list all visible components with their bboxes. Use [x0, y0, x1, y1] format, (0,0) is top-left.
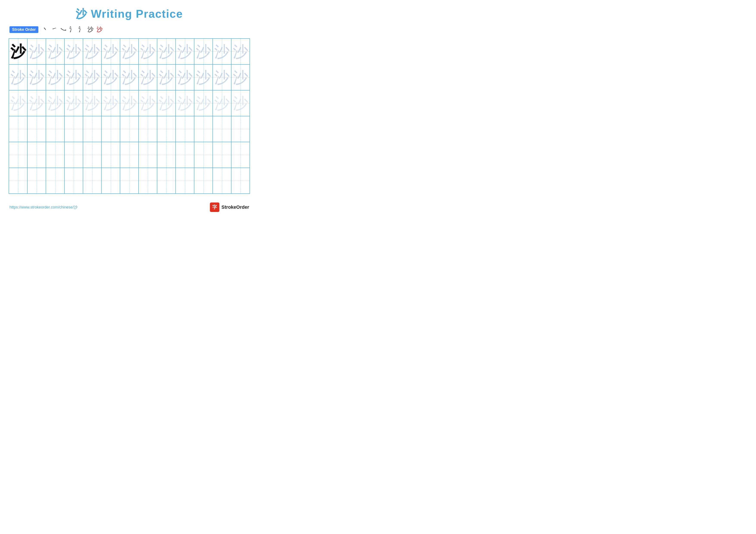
grid-cell[interactable]: 沙	[46, 90, 65, 116]
grid-cell[interactable]: 沙	[213, 38, 231, 64]
grid-cell[interactable]	[65, 116, 83, 142]
grid-cell[interactable]: 沙	[27, 90, 46, 116]
grid-cell[interactable]	[65, 168, 83, 194]
cell-character: 沙	[66, 95, 81, 111]
grid-cell[interactable]: 沙	[46, 38, 65, 64]
grid-cell[interactable]: 沙	[83, 64, 101, 90]
grid-cell[interactable]	[194, 142, 213, 168]
brand-icon-char: 字	[212, 204, 217, 211]
grid-cell[interactable]	[120, 116, 139, 142]
grid-cell[interactable]	[65, 142, 83, 168]
grid-cell[interactable]: 沙	[83, 90, 101, 116]
cell-character: 沙	[196, 69, 211, 85]
grid-cell[interactable]: 沙	[194, 90, 213, 116]
grid-cell[interactable]	[176, 116, 194, 142]
title-char: 沙	[76, 8, 87, 20]
grid-cell[interactable]	[101, 168, 120, 194]
grid-cell[interactable]	[157, 116, 176, 142]
grid-cell[interactable]: 沙	[176, 38, 194, 64]
grid-cell[interactable]	[157, 168, 176, 194]
grid-cell[interactable]	[176, 142, 194, 168]
grid-cell[interactable]	[27, 116, 46, 142]
grid-cell[interactable]	[120, 142, 139, 168]
brand-name: StrokeOrder	[222, 204, 249, 210]
grid-cell[interactable]: 沙	[157, 64, 176, 90]
cell-character: 沙	[66, 44, 81, 59]
grid-cell[interactable]: 沙	[176, 64, 194, 90]
grid-cell[interactable]	[231, 142, 250, 168]
grid-cell[interactable]	[46, 116, 65, 142]
stroke-order-row: Stroke Order 丶 ㇀ ㇃ 氵 氵 沙 沙	[10, 25, 250, 34]
grid-cell[interactable]	[101, 142, 120, 168]
cell-character: 沙	[233, 95, 248, 111]
grid-cell[interactable]: 沙	[139, 64, 157, 90]
grid-cell[interactable]	[194, 168, 213, 194]
grid-cell[interactable]	[46, 168, 65, 194]
grid-cell[interactable]	[213, 168, 231, 194]
grid-cell[interactable]: 沙	[139, 90, 157, 116]
grid-cell[interactable]	[46, 142, 65, 168]
grid-cell[interactable]: 沙	[27, 64, 46, 90]
cell-character: 沙	[29, 44, 44, 59]
grid-cell[interactable]: 沙	[83, 38, 101, 64]
grid-cell[interactable]	[120, 168, 139, 194]
grid-cell[interactable]	[27, 168, 46, 194]
cell-character: 沙	[140, 95, 156, 111]
grid-cell[interactable]	[83, 142, 101, 168]
grid-cell[interactable]	[83, 168, 101, 194]
cell-character: 沙	[196, 44, 211, 59]
stroke-step-6: 沙	[88, 25, 94, 34]
grid-cell[interactable]	[231, 116, 250, 142]
cell-character: 沙	[85, 44, 100, 59]
grid-cell[interactable]: 沙	[9, 38, 27, 64]
grid-cell[interactable]	[101, 116, 120, 142]
grid-cell[interactable]	[139, 168, 157, 194]
grid-cell[interactable]	[139, 116, 157, 142]
cell-character: 沙	[29, 95, 44, 111]
grid-cell[interactable]	[9, 116, 27, 142]
grid-cell[interactable]	[213, 116, 231, 142]
grid-cell[interactable]	[176, 168, 194, 194]
grid-cell[interactable]: 沙	[231, 64, 250, 90]
grid-cell[interactable]: 沙	[46, 64, 65, 90]
grid-cell[interactable]: 沙	[139, 38, 157, 64]
cell-character: 沙	[47, 69, 63, 85]
grid-cell[interactable]: 沙	[65, 38, 83, 64]
grid-cell[interactable]: 沙	[101, 38, 120, 64]
grid-cell[interactable]	[9, 168, 27, 194]
grid-cell[interactable]: 沙	[120, 64, 139, 90]
website-url[interactable]: https://www.strokeorder.com/chinese/沙	[10, 205, 78, 210]
grid-cell[interactable]: 沙	[101, 64, 120, 90]
grid-cell[interactable]: 沙	[120, 90, 139, 116]
grid-cell[interactable]: 沙	[157, 90, 176, 116]
grid-cell[interactable]	[194, 116, 213, 142]
grid-cell[interactable]: 沙	[157, 38, 176, 64]
cell-character: 沙	[140, 69, 156, 85]
cell-character: 沙	[103, 95, 119, 111]
grid-cell[interactable]	[27, 142, 46, 168]
grid-cell[interactable]: 沙	[9, 90, 27, 116]
grid-cell[interactable]: 沙	[194, 38, 213, 64]
grid-cell[interactable]: 沙	[194, 64, 213, 90]
grid-cell[interactable]: 沙	[176, 90, 194, 116]
grid-cell[interactable]	[157, 142, 176, 168]
grid-cell[interactable]: 沙	[120, 38, 139, 64]
grid-cell[interactable]: 沙	[101, 90, 120, 116]
grid-cell[interactable]: 沙	[213, 64, 231, 90]
grid-cell[interactable]: 沙	[231, 38, 250, 64]
grid-cell[interactable]: 沙	[231, 90, 250, 116]
cell-character: 沙	[214, 69, 230, 85]
grid-cell[interactable]: 沙	[65, 90, 83, 116]
grid-cell[interactable]	[213, 142, 231, 168]
cell-character: 沙	[103, 69, 119, 85]
grid-cell[interactable]	[139, 142, 157, 168]
grid-cell[interactable]: 沙	[65, 64, 83, 90]
grid-cell[interactable]: 沙	[9, 64, 27, 90]
grid-cell[interactable]	[83, 116, 101, 142]
grid-cell[interactable]: 沙	[27, 38, 46, 64]
grid-cell[interactable]	[231, 168, 250, 194]
cell-character: 沙	[177, 44, 193, 59]
grid-cell[interactable]: 沙	[213, 90, 231, 116]
grid-cell[interactable]	[9, 142, 27, 168]
cell-character: 沙	[103, 44, 119, 59]
